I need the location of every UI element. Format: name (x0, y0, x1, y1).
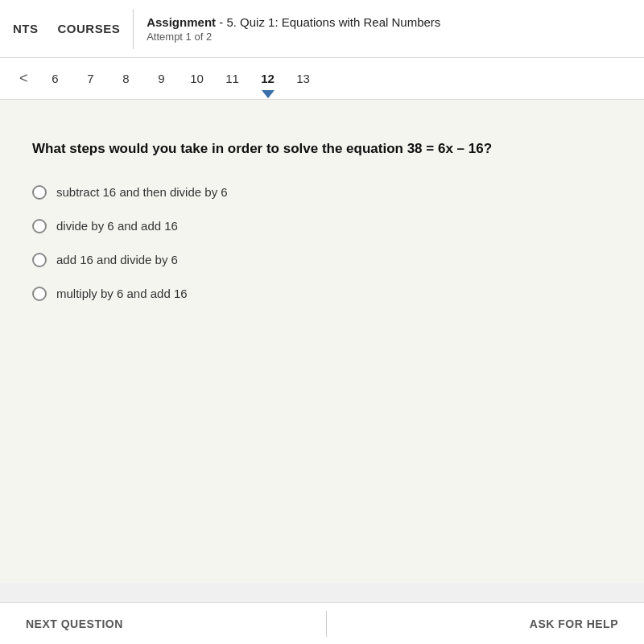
answer-label-4: multiply by 6 and add 16 (56, 287, 188, 300)
radio-1[interactable] (32, 185, 47, 200)
main-content: What steps would you take in order to so… (0, 100, 644, 583)
answer-label-3: add 16 and divide by 6 (56, 253, 178, 266)
assignment-title: Assignment - 5. Quiz 1: Equations with R… (147, 15, 440, 29)
radio-2[interactable] (32, 219, 47, 233)
answer-option-3[interactable]: add 16 and divide by 6 (32, 253, 612, 267)
courses-nav-item[interactable]: COURSES (58, 22, 121, 35)
answer-label-2: divide by 6 and add 16 (56, 219, 178, 233)
assignment-prefix: Assignment (147, 15, 216, 29)
nav-num-10[interactable]: 10 (180, 58, 215, 100)
radio-4[interactable] (32, 287, 47, 301)
ask-for-help-button[interactable]: ASK FOR HELP (530, 617, 618, 630)
nav-num-11[interactable]: 11 (215, 58, 250, 100)
nav-back-arrow[interactable]: < (10, 70, 38, 87)
answer-label-1: subtract 16 and then divide by 6 (56, 185, 228, 199)
question-text: What steps would you take in order to so… (32, 138, 612, 159)
attempt-label: Attempt 1 of 2 (147, 31, 440, 43)
nav-numbers: 678910111213 (38, 58, 634, 100)
nav-num-13[interactable]: 13 (286, 58, 321, 100)
answer-option-2[interactable]: divide by 6 and add 16 (32, 219, 612, 233)
nav-num-6[interactable]: 6 (38, 58, 73, 100)
nav-num-8[interactable]: 8 (109, 58, 144, 100)
nav-num-9[interactable]: 9 (144, 58, 180, 100)
nav-left: NTS COURSES (13, 22, 120, 35)
bottom-divider (326, 611, 327, 637)
nts-nav-item[interactable]: NTS (13, 22, 39, 35)
assignment-course: - 5. Quiz 1: Equations with Real Numbers (216, 15, 440, 29)
nav-num-12[interactable]: 12 (250, 58, 286, 100)
answer-option-1[interactable]: subtract 16 and then divide by 6 (32, 185, 612, 200)
radio-3[interactable] (32, 253, 47, 267)
nav-num-7[interactable]: 7 (73, 58, 109, 100)
header-divider (133, 9, 134, 49)
answer-option-4[interactable]: multiply by 6 and add 16 (32, 287, 612, 301)
bottom-bar: NEXT QUESTION ASK FOR HELP (0, 602, 644, 644)
next-question-button[interactable]: NEXT QUESTION (26, 617, 123, 630)
question-nav: < 678910111213 (0, 58, 644, 100)
header: NTS COURSES Assignment - 5. Quiz 1: Equa… (0, 0, 644, 58)
assignment-block: Assignment - 5. Quiz 1: Equations with R… (147, 15, 440, 43)
